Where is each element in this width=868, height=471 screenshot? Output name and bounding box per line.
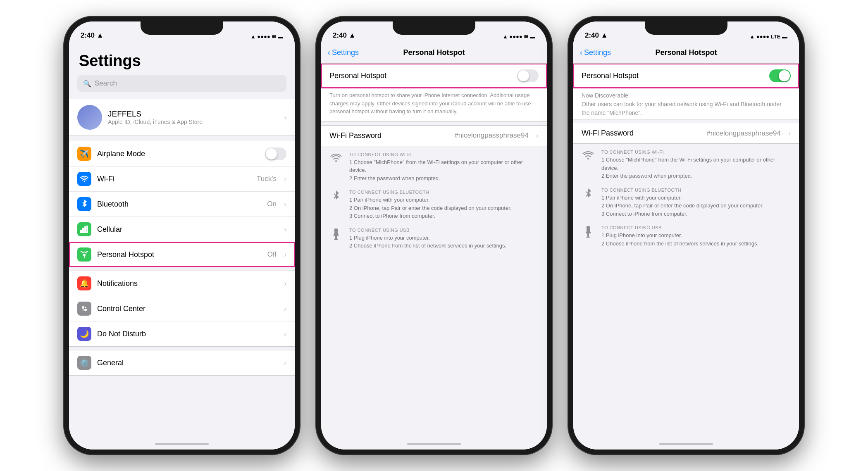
- settings-group-3: ⚙️ General ›: [69, 350, 295, 376]
- personal-hotspot-icon: [77, 247, 91, 262]
- svg-point-9: [83, 309, 84, 311]
- wifi-password-section-off: Wi-Fi Password #nicelongpassphrase94 ›: [321, 125, 547, 146]
- nav-bar-3: ‹ Settings Personal Hotspot: [573, 42, 799, 64]
- notch-2: [393, 21, 475, 35]
- phone-3: 2:40 ▲ ▲ ●●●● LTE ▬ ‹ Settings Personal …: [568, 17, 804, 454]
- discoverable-text: Now Discoverable.Other users can look fo…: [573, 88, 799, 119]
- wifi-password-section-on: Wi-Fi Password #nicelongpassphrase94 ›: [573, 123, 799, 144]
- hotspot-on-screen: ‹ Settings Personal Hotspot Personal Hot…: [573, 42, 799, 438]
- general-icon: ⚙️: [77, 356, 91, 370]
- settings-title: Settings: [69, 45, 295, 73]
- status-icons-2: ▲ ●●●● ≋ ▬: [503, 33, 535, 40]
- home-indicator-3: [573, 438, 799, 450]
- svg-rect-12: [334, 234, 339, 236]
- wifi-password-row-off[interactable]: Wi-Fi Password #nicelongpassphrase94 ›: [321, 126, 547, 146]
- bluetooth-instruction-on: TO CONNECT USING BLUETOOTH 1 Pair iPhone…: [582, 188, 791, 218]
- bluetooth-row[interactable]: Bluetooth On ›: [69, 192, 295, 217]
- hotspot-toggle-off[interactable]: [517, 69, 539, 82]
- bluetooth-instruction-title-off: TO CONNECT USING BLUETOOTH: [349, 190, 539, 195]
- hotspot-toggle-row-off[interactable]: Personal Hotspot: [321, 64, 547, 88]
- back-button-3[interactable]: ‹ Settings: [580, 48, 611, 57]
- control-center-icon: [77, 302, 91, 316]
- phone-1: 2:40 ▲ ▲ ●●●● ≋ ▬ Settings 🔍 Search JEFF…: [64, 17, 300, 454]
- do-not-disturb-row[interactable]: 🌙 Do Not Disturb ›: [69, 321, 295, 346]
- wifi-value: Tuck's: [257, 175, 277, 183]
- svg-rect-18: [586, 237, 590, 238]
- back-chevron-icon: ‹: [328, 48, 330, 57]
- status-icons-3: ▲ ●●●● LTE ▬: [749, 33, 787, 40]
- status-time-3: 2:40 ▲: [585, 31, 608, 40]
- do-not-disturb-label: Do Not Disturb: [97, 330, 278, 338]
- airplane-mode-row[interactable]: ✈️ Airplane Mode: [69, 141, 295, 167]
- bluetooth-value: On: [267, 200, 277, 208]
- notch-3: [645, 21, 727, 35]
- general-chevron-icon: ›: [284, 359, 286, 367]
- hotspot-description-off: Turn on personal hotspot to share your i…: [321, 88, 547, 121]
- notch-1: [141, 21, 223, 35]
- wifi-instruction-icon: [329, 153, 343, 166]
- bluetooth-instruction-off: TO CONNECT USING BLUETOOTH 1 Pair iPhone…: [329, 190, 539, 220]
- nav-title-3: Personal Hotspot: [655, 48, 717, 57]
- personal-hotspot-row[interactable]: Personal Hotspot Off ›: [69, 242, 295, 267]
- svg-rect-1: [82, 228, 84, 233]
- wifi-instruction-steps-on: 1 Choose "MichPhone" from the Wi-Fi sett…: [601, 156, 791, 180]
- back-label-2: Settings: [332, 48, 359, 57]
- svg-rect-0: [80, 230, 82, 233]
- svg-rect-11: [334, 228, 338, 235]
- usb-instruction-off: TO CONNECT USING USB 1 Plug iPhone into …: [329, 228, 539, 250]
- instructions-off: TO CONNECT USING WI-FI 1 Choose "MichPho…: [321, 146, 547, 256]
- profile-chevron-icon: ›: [284, 113, 286, 122]
- status-icons-1: ▲ ●●●● ≋ ▬: [250, 33, 283, 40]
- svg-point-10: [85, 307, 86, 308]
- bluetooth-chevron-icon: ›: [284, 200, 286, 209]
- wifi-instruction-on: TO CONNECT USING WI-FI 1 Choose "MichPho…: [582, 150, 791, 180]
- search-bar[interactable]: 🔍 Search: [77, 75, 286, 92]
- cellular-icon: [77, 222, 91, 236]
- bluetooth-instruction-text-off: TO CONNECT USING BLUETOOTH 1 Pair iPhone…: [349, 190, 539, 220]
- control-center-row[interactable]: Control Center ›: [69, 296, 295, 321]
- profile-info: JEFFELS Apple ID, iCloud, iTunes & App S…: [108, 109, 278, 125]
- settings-screen: Settings 🔍 Search JEFFELS Apple ID, iClo…: [69, 42, 295, 438]
- cellular-row[interactable]: Cellular ›: [69, 217, 295, 242]
- settings-group-2: 🔔 Notifications ›: [69, 271, 295, 347]
- svg-point-4: [83, 254, 86, 256]
- notifications-row[interactable]: 🔔 Notifications ›: [69, 271, 295, 296]
- hotspot-toggle-section-on: Personal Hotspot Now Discoverable.Other …: [573, 64, 799, 119]
- wifi-instruction-text-on: TO CONNECT USING WI-FI 1 Choose "MichPho…: [601, 150, 791, 180]
- search-icon: 🔍: [83, 80, 91, 88]
- hotspot-toggle-row-on[interactable]: Personal Hotspot: [573, 64, 799, 88]
- instructions-on: TO CONNECT USING WI-FI 1 Choose "MichPho…: [573, 144, 799, 253]
- wifi-label: Wi-Fi: [97, 175, 251, 183]
- personal-hotspot-chevron-icon: ›: [284, 250, 286, 259]
- profile-name: JEFFELS: [108, 109, 278, 119]
- wifi-instruction-title-on: TO CONNECT USING WI-FI: [601, 150, 791, 155]
- status-time-1: 2:40 ▲: [81, 31, 104, 40]
- usb-instruction-text-off: TO CONNECT USING USB 1 Plug iPhone into …: [349, 228, 539, 250]
- svg-rect-16: [586, 232, 591, 233]
- wifi-instruction-text-off: TO CONNECT USING WI-FI 1 Choose "MichPho…: [349, 152, 539, 183]
- wifi-instruction-off: TO CONNECT USING WI-FI 1 Choose "MichPho…: [329, 152, 539, 183]
- back-button-2[interactable]: ‹ Settings: [328, 48, 359, 57]
- svg-rect-15: [587, 226, 590, 233]
- hotspot-toggle-on[interactable]: [769, 69, 791, 82]
- bluetooth-instruction-icon-on: [582, 188, 595, 202]
- hotspot-toggle-label-on: Personal Hotspot: [582, 71, 763, 80]
- personal-hotspot-value: Off: [267, 250, 277, 259]
- hotspot-off-screen: ‹ Settings Personal Hotspot Personal Hot…: [321, 42, 547, 438]
- wifi-password-label-on: Wi-Fi Password: [582, 129, 701, 138]
- usb-instruction-steps-off: 1 Plug iPhone into your computer.2 Choos…: [349, 234, 539, 250]
- general-row[interactable]: ⚙️ General ›: [69, 350, 295, 375]
- do-not-disturb-icon: 🌙: [77, 327, 91, 341]
- airplane-mode-toggle[interactable]: [265, 147, 286, 160]
- profile-row[interactable]: JEFFELS Apple ID, iCloud, iTunes & App S…: [69, 99, 295, 136]
- hotspot-toggle-label-off: Personal Hotspot: [329, 71, 511, 80]
- personal-hotspot-label: Personal Hotspot: [97, 250, 262, 259]
- notifications-label: Notifications: [97, 279, 278, 288]
- wifi-instruction-steps-off: 1 Choose "MichPhone" from the Wi-Fi sett…: [349, 158, 539, 183]
- bluetooth-instruction-steps-off: 1 Pair iPhone with your computer.2 On iP…: [349, 196, 539, 220]
- wifi-password-row-on[interactable]: Wi-Fi Password #nicelongpassphrase94 ›: [573, 123, 799, 143]
- wifi-icon: [77, 172, 91, 186]
- wifi-row[interactable]: Wi-Fi Tuck's ›: [69, 167, 295, 192]
- status-time-2: 2:40 ▲: [333, 31, 356, 40]
- wifi-password-label-off: Wi-Fi Password: [329, 131, 448, 140]
